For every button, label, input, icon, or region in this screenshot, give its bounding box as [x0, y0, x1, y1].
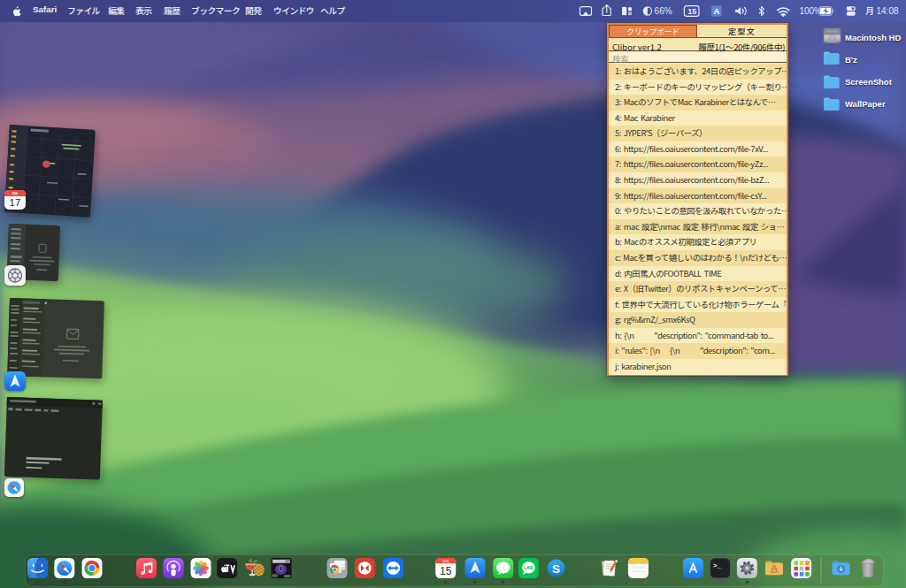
svg-text:100%: 100%	[799, 6, 822, 16]
svg-text:15: 15	[440, 565, 452, 577]
svg-text:S: S	[552, 562, 560, 576]
svg-text:A: A	[714, 6, 720, 16]
svg-text:LINE: LINE	[524, 566, 533, 570]
svg-text:>_: >_	[713, 562, 722, 569]
svg-text:SUN: SUN	[442, 560, 449, 563]
svg-text:月: 月	[865, 4, 874, 17]
svg-text:15: 15	[687, 7, 696, 16]
svg-text:66%: 66%	[655, 6, 672, 16]
svg-text:14:08: 14:08	[877, 6, 899, 16]
